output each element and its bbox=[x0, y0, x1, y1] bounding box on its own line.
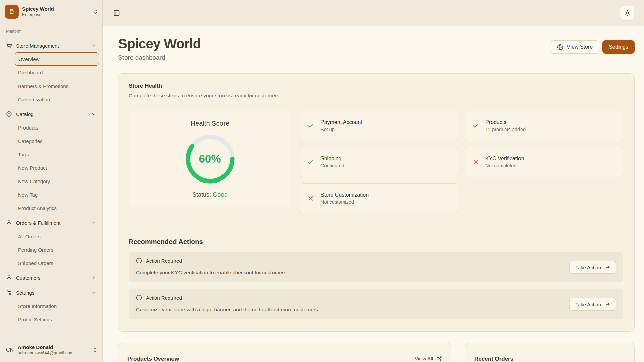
check-icon bbox=[307, 122, 314, 130]
action-required-label: Action Required bbox=[146, 295, 182, 301]
health-score-donut: 60% bbox=[183, 132, 237, 186]
sidebar-toggle-button[interactable] bbox=[111, 8, 122, 18]
checklist-item-kyc-verification: KYC Verification Not completed bbox=[465, 147, 623, 177]
store-health-card: Store Health Complete these steps to ens… bbox=[118, 73, 635, 332]
sidebar-item-orders-fulfillment[interactable]: Orders & Fulfillment bbox=[3, 216, 99, 229]
sidebar-item-categories[interactable]: Categories bbox=[15, 134, 99, 148]
sidebar-item-label: Settings bbox=[16, 290, 34, 296]
chevrons-up-down-icon bbox=[93, 9, 98, 14]
workspace-switcher[interactable]: Spicey World Enterprise bbox=[0, 0, 102, 23]
sidebar-item-profile-settings[interactable]: Profile Settings bbox=[15, 313, 99, 326]
nav-section-catalog: Catalog Products Categories Tags New Pro… bbox=[3, 107, 99, 215]
theme-toggle-button[interactable] bbox=[620, 6, 635, 20]
health-score-title: Health Score bbox=[191, 120, 230, 127]
user-name: Amoke Donald bbox=[18, 344, 88, 351]
sidebar-item-shipped-orders[interactable]: Shipped Orders bbox=[15, 256, 99, 270]
tile-text: Products 12 products added bbox=[485, 118, 526, 133]
take-action-button[interactable]: Take Action bbox=[569, 261, 616, 274]
alert-circle-icon bbox=[136, 258, 142, 264]
topbar bbox=[103, 0, 644, 26]
divider bbox=[129, 228, 623, 228]
store-health-subtitle: Complete these steps to ensure your stor… bbox=[129, 93, 623, 99]
checklist-item-title: Products bbox=[485, 118, 526, 126]
avatar: CN bbox=[6, 347, 14, 353]
recommended-actions-title: Recommended Actions bbox=[129, 238, 623, 246]
globe-icon bbox=[557, 44, 563, 50]
chevron-down-icon bbox=[91, 43, 96, 48]
chevron-down-icon bbox=[91, 220, 96, 225]
health-grid: Health Score 60% Status: Good bbox=[129, 111, 623, 213]
products-overview-title: Products Overview bbox=[127, 356, 179, 362]
sidebar-item-pending-orders[interactable]: Pending Orders bbox=[15, 243, 99, 256]
recent-orders-title: Recent Orders bbox=[474, 356, 626, 362]
sidebar-item-settings[interactable]: Settings bbox=[3, 286, 99, 299]
settings-label: Settings bbox=[609, 44, 628, 50]
nav-children: Products Categories Tags New Product New… bbox=[11, 121, 99, 215]
page-actions: View Store Settings bbox=[551, 40, 635, 54]
sidebar-item-all-orders[interactable]: All Orders bbox=[15, 229, 99, 243]
checklist-item-status: Not completed bbox=[485, 162, 524, 169]
check-icon bbox=[472, 122, 479, 130]
nav-children: Overview Dashboard Banners & Promotions … bbox=[11, 52, 99, 106]
nav-section-orders: Orders & Fulfillment All Orders Pending … bbox=[3, 216, 99, 270]
tile-text: Shipping Configured bbox=[320, 155, 344, 169]
sidebar-item-customization[interactable]: Customization bbox=[15, 93, 99, 106]
workspace-plan: Enterprise bbox=[22, 12, 90, 18]
checklist-item-status: Configured bbox=[320, 162, 344, 169]
sidebar-item-tags[interactable]: Tags bbox=[15, 148, 99, 161]
tile-text: Payment Account Set up bbox=[320, 118, 362, 133]
sidebar-item-new-product[interactable]: New Product bbox=[15, 161, 99, 174]
sidebar-item-catalog[interactable]: Catalog bbox=[3, 107, 99, 121]
action-row-kyc: Action Required Complete your KYC verifi… bbox=[129, 252, 623, 282]
action-head: Action Required bbox=[136, 258, 616, 264]
user-menu[interactable]: CN Amoke Donald uchechukwu644@gmail.com bbox=[0, 339, 102, 362]
sidebar-item-new-category[interactable]: New Category bbox=[15, 174, 99, 188]
action-description: Customize your store with a logo, banner… bbox=[136, 307, 539, 313]
chevron-down-icon bbox=[91, 112, 96, 117]
page-subtitle: Store dashboard bbox=[118, 54, 201, 61]
x-icon bbox=[307, 195, 314, 202]
arrow-right-icon bbox=[605, 265, 610, 270]
take-action-label: Take Action bbox=[575, 265, 601, 270]
sidebar-item-store-management[interactable]: Store Management bbox=[3, 39, 99, 52]
health-status-value: Good bbox=[213, 191, 228, 198]
checklist-item-title: Store Customization bbox=[320, 191, 369, 199]
view-all-link[interactable]: View All bbox=[415, 356, 442, 362]
sidebar-item-store-information[interactable]: Store Information bbox=[15, 299, 99, 313]
page-title: Spicey World bbox=[118, 36, 201, 51]
health-score-percent: 60% bbox=[183, 132, 237, 186]
external-link-icon bbox=[436, 356, 442, 362]
sun-icon bbox=[624, 10, 631, 16]
sidebar-item-banners-promotions[interactable]: Banners & Promotions bbox=[15, 79, 99, 93]
sidebar-item-overview[interactable]: Overview bbox=[15, 52, 99, 66]
view-store-button[interactable]: View Store bbox=[551, 40, 599, 54]
sidebar-item-dashboard[interactable]: Dashboard bbox=[15, 66, 99, 79]
action-description: Complete your KYC verification to enable… bbox=[136, 270, 539, 276]
user-email: uchechukwu644@gmail.com bbox=[18, 350, 88, 356]
tile-text: Store Customization Not customized bbox=[320, 191, 369, 206]
checklist-item-title: Shipping bbox=[320, 155, 344, 162]
sidebar-item-product-analytics[interactable]: Product Analytics bbox=[15, 201, 99, 215]
products-overview-card: Products Overview View All bbox=[118, 343, 451, 362]
settings-button[interactable]: Settings bbox=[602, 40, 635, 54]
page-header: Spicey World Store dashboard View Store … bbox=[118, 36, 635, 61]
health-status: Status: Good bbox=[192, 191, 228, 198]
nav-group-label: Platform bbox=[3, 25, 99, 38]
sidebar-item-new-tag[interactable]: New Tag bbox=[15, 188, 99, 201]
sidebar-item-products[interactable]: Products bbox=[15, 121, 99, 134]
sidebar-item-customers[interactable]: Customers bbox=[3, 271, 99, 285]
sidebar-item-label: Catalog bbox=[16, 111, 34, 117]
package-icon bbox=[6, 111, 12, 117]
chevron-right-icon bbox=[91, 275, 96, 280]
take-action-label: Take Action bbox=[575, 302, 601, 307]
checklist-item-title: Payment Account bbox=[320, 118, 362, 126]
main-area: Spicey World Store dashboard View Store … bbox=[103, 0, 644, 362]
view-store-label: View Store bbox=[567, 44, 593, 50]
workspace-name: Spicey World bbox=[22, 6, 90, 12]
user-icon bbox=[6, 275, 12, 281]
store-health-title: Store Health bbox=[129, 83, 623, 89]
x-icon bbox=[472, 158, 479, 166]
take-action-button[interactable]: Take Action bbox=[569, 298, 616, 311]
check-icon bbox=[307, 158, 314, 166]
checklist-item-store-customization: Store Customization Not customized bbox=[300, 183, 458, 213]
